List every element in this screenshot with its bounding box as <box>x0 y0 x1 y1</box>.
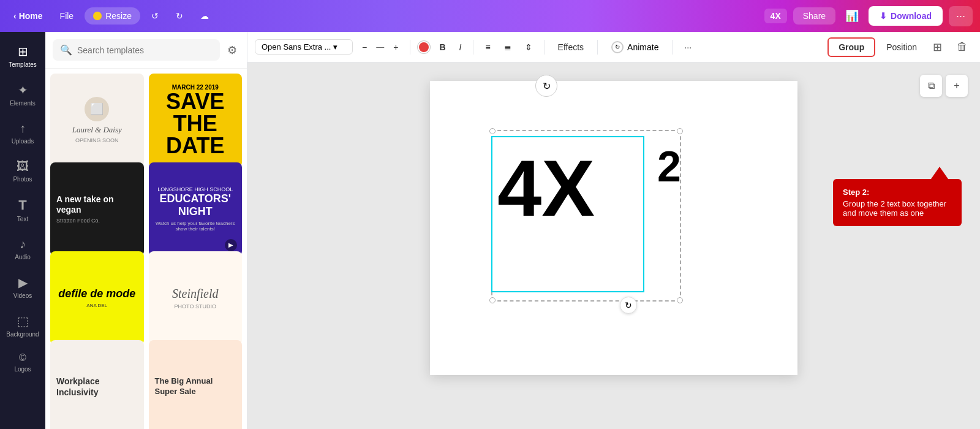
sidebar-item-videos[interactable]: ▶ Videos <box>0 269 45 305</box>
templates-grid: ⬜ Laurel & Daisy OPENING SOON MARCH 22 2… <box>45 69 247 429</box>
download-button[interactable]: ⬇ Download <box>869 6 943 26</box>
analytics-icon-button[interactable]: 📊 <box>842 6 862 26</box>
more-options-button[interactable]: ··· <box>949 6 973 26</box>
photos-icon: 🖼 <box>17 159 29 173</box>
text-icon: T <box>18 197 26 213</box>
search-input-wrap: 🔍 <box>53 39 220 61</box>
animate-icon: ↻ <box>611 41 624 53</box>
handle-bl[interactable] <box>489 297 496 303</box>
resize-dot-icon <box>93 12 102 20</box>
template-card-7[interactable]: Workplace Inclusivity <box>50 340 144 429</box>
italic-button[interactable]: I <box>455 40 466 55</box>
handle-tl[interactable] <box>489 128 496 134</box>
group-button[interactable]: Group <box>827 37 875 57</box>
template-card-5[interactable]: defile de mode ANA DEL <box>50 251 144 345</box>
step2-arrow-icon <box>931 167 948 179</box>
dropdown-icon: ▾ <box>333 42 337 51</box>
sidebar-item-templates[interactable]: ⊞ Templates <box>0 38 45 74</box>
template-card-1[interactable]: ⬜ Laurel & Daisy OPENING SOON <box>50 74 144 167</box>
home-button[interactable]: ‹ Home <box>7 7 49 25</box>
search-input[interactable] <box>77 45 213 55</box>
background-icon: ⬚ <box>17 314 29 328</box>
font-size-plus-button[interactable]: + <box>389 40 402 55</box>
position-button[interactable]: Position <box>880 40 923 55</box>
sidebar-item-text[interactable]: T Text <box>0 191 45 229</box>
divider-2 <box>473 40 473 55</box>
template-card-4[interactable]: LONGSHORE HIGH SCHOOL EDUCATORS' NIGHT W… <box>149 162 243 256</box>
align-button[interactable]: ≡ <box>481 40 494 55</box>
bold-button[interactable]: B <box>435 40 450 55</box>
handle-br[interactable] <box>677 297 683 303</box>
left-sidebar: ⊞ Templates ✦ Elements ↑ Uploads 🖼 Photo… <box>0 32 45 429</box>
font-size-minus-button[interactable]: − <box>358 40 371 55</box>
add-frame-button[interactable]: + <box>946 75 968 97</box>
template-panel: 🔍 ⚙ ⬜ Laurel & Daisy OPENING SOON MARCH … <box>45 32 247 429</box>
step2-annotation: Step 2: Group the 2 text box together an… <box>833 167 962 226</box>
template-card-6[interactable]: Steinfield PHOTO STUDIO <box>149 251 243 345</box>
save-cloud-button[interactable]: ☁ <box>194 7 215 25</box>
sidebar-item-audio[interactable]: ♪ Audio <box>0 231 45 267</box>
copy-frame-button[interactable]: ⧉ <box>920 75 942 97</box>
canvas-top-icons: ⧉ + <box>920 75 968 97</box>
top-bar: ‹ Home File Resize ↺ ↻ ☁ 4X Share 📊 ⬇ Do… <box>0 0 980 32</box>
canvas-area: ⧉ + ↻ <box>247 63 980 429</box>
font-selector[interactable]: Open Sans Extra ... ▾ <box>255 39 353 55</box>
template-card-2[interactable]: MARCH 22 2019 SAVE THE DATE <box>149 74 243 167</box>
videos-icon: ▶ <box>18 275 28 290</box>
step2-tooltip: Step 2: Group the 2 text box together an… <box>833 179 962 226</box>
template-card-3[interactable]: A new take on vegan Stratton Food Co. <box>50 162 144 256</box>
text-4x[interactable]: 4X <box>497 148 595 228</box>
handle-tr[interactable] <box>677 128 683 134</box>
effects-button[interactable]: Effects <box>552 40 590 55</box>
sidebar-item-elements[interactable]: ✦ Elements <box>0 77 45 113</box>
zoom-button[interactable]: 4X <box>764 9 787 23</box>
resize-button[interactable]: Resize <box>85 7 140 25</box>
search-icon: 🔍 <box>60 44 72 56</box>
more-toolbar-button[interactable]: ··· <box>680 40 696 55</box>
audio-icon: ♪ <box>20 237 26 251</box>
spacing-button[interactable]: ⇕ <box>521 40 537 55</box>
elements-icon: ✦ <box>18 83 28 97</box>
download-icon: ⬇ <box>880 11 887 21</box>
font-color-picker[interactable] <box>418 41 430 53</box>
sidebar-item-logos[interactable]: © Logos <box>0 346 45 379</box>
divider-3 <box>544 40 545 55</box>
trash-button[interactable]: 🗑 <box>952 38 973 56</box>
rotate-handle[interactable]: ↻ <box>620 297 637 314</box>
logos-icon: © <box>19 352 26 363</box>
share-button[interactable]: Share <box>793 7 835 25</box>
redo-button[interactable]: ↻ <box>170 7 189 25</box>
divider-1 <box>410 40 410 55</box>
toolbar: Open Sans Extra ... ▾ − — + B I ≡ ≣ ⇕ Ef… <box>247 32 980 63</box>
uploads-icon: ↑ <box>20 121 26 135</box>
canvas-frame[interactable]: 4X 2 ↻ <box>430 81 797 375</box>
superscript-2[interactable]: 2 <box>657 142 681 191</box>
sidebar-item-uploads[interactable]: ↑ Uploads <box>0 115 45 151</box>
filter-button[interactable]: ⚙ <box>225 41 239 59</box>
text-group-container[interactable]: 4X 2 <box>491 130 687 302</box>
templates-icon: ⊞ <box>18 44 28 59</box>
grid-icon-button[interactable]: ⊞ <box>928 38 947 56</box>
list-button[interactable]: ≣ <box>500 40 516 55</box>
canvas-wrapper: 4X 2 ↻ Step 1: Highlight the text <box>430 81 797 375</box>
file-button[interactable]: File <box>54 7 80 25</box>
template-card-8[interactable]: The Big Annual Super Sale <box>149 340 243 429</box>
divider-5 <box>672 40 673 55</box>
animate-button[interactable]: ↻ Animate <box>605 39 665 56</box>
sidebar-item-background[interactable]: ⬚ Background <box>0 308 45 344</box>
font-size-display: — <box>376 42 384 51</box>
chevron-left-icon: ‹ <box>13 11 17 21</box>
sidebar-item-photos[interactable]: 🖼 Photos <box>0 153 45 189</box>
refresh-button[interactable]: ↻ <box>535 75 557 97</box>
divider-4 <box>597 40 598 55</box>
search-bar-row: 🔍 ⚙ <box>45 32 247 69</box>
undo-button[interactable]: ↺ <box>145 7 165 25</box>
